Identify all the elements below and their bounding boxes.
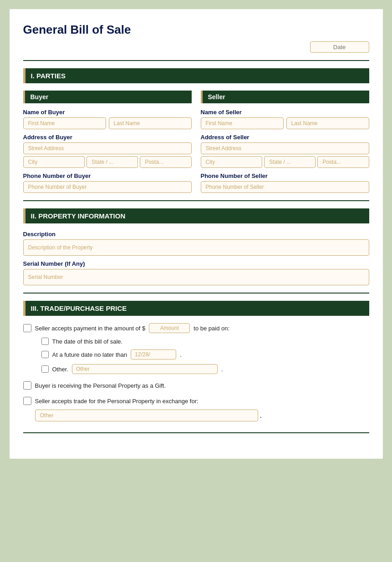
bottom-divider	[23, 432, 369, 433]
seller-postal[interactable]	[317, 156, 369, 168]
buyer-first-name[interactable]	[23, 117, 106, 129]
property-section: Description Serial Number (If Any)	[23, 231, 369, 285]
trade-label: Seller accepts trade for the Personal Pr…	[35, 398, 199, 405]
seller-last-name[interactable]	[286, 117, 369, 129]
seller-section: Seller Name of Seller Address of Seller …	[201, 91, 369, 193]
price-section: Seller accepts payment in the amount of …	[23, 323, 369, 421]
serial-label: Serial Number (If Any)	[23, 260, 369, 267]
buyer-name-row	[23, 117, 192, 129]
seller-name-row	[201, 117, 369, 129]
buyer-phone[interactable]	[23, 181, 192, 193]
buyer-postal[interactable]	[140, 156, 191, 168]
buyer-street[interactable]	[23, 142, 192, 154]
payment-sub-options: The date of this bill of sale. At a futu…	[41, 338, 369, 374]
seller-state[interactable]	[264, 156, 316, 168]
buyer-section: Buyer Name of Buyer Address of Buyer Pho…	[23, 91, 192, 193]
seller-phone[interactable]	[201, 181, 369, 193]
date-row	[23, 41, 369, 53]
gift-row: Buyer is receiving the Personal Property…	[23, 381, 369, 390]
buyer-last-name[interactable]	[109, 117, 192, 129]
payment-checkbox[interactable]	[23, 324, 31, 332]
parties-grid: Buyer Name of Buyer Address of Buyer Pho…	[23, 91, 369, 193]
seller-city-state-row	[201, 156, 369, 168]
description-label: Description	[23, 231, 369, 238]
gift-checkbox[interactable]	[23, 381, 31, 390]
seller-street[interactable]	[201, 142, 369, 154]
trade-section: Seller accepts trade for the Personal Pr…	[23, 397, 369, 421]
option-future-checkbox[interactable]	[41, 351, 49, 358]
buyer-city-state-row	[23, 156, 192, 168]
description-input[interactable]	[23, 239, 369, 256]
option-date-label: The date of this bill of sale.	[52, 338, 123, 345]
seller-header: Seller	[201, 91, 369, 103]
buyer-state[interactable]	[87, 156, 138, 168]
seller-phone-label: Phone Number of Seller	[201, 172, 369, 179]
payment-row: Seller accepts payment in the amount of …	[23, 323, 369, 333]
date-input[interactable]	[310, 41, 369, 53]
option-future-row: At a future date no later than .	[41, 349, 369, 359]
trade-checkbox[interactable]	[23, 397, 31, 405]
seller-address-label: Address of Seller	[201, 134, 369, 141]
payment-text-1: Seller accepts payment in the amount of …	[35, 325, 146, 332]
parties-divider	[23, 200, 369, 201]
option-date-checkbox[interactable]	[41, 338, 49, 345]
buyer-address-label: Address of Buyer	[23, 134, 192, 141]
seller-address-row	[201, 142, 369, 168]
seller-name-label: Name of Seller	[201, 109, 369, 116]
trade-input-row: .	[35, 410, 369, 421]
trade-row: Seller accepts trade for the Personal Pr…	[23, 397, 369, 405]
trade-input[interactable]	[35, 410, 258, 421]
seller-city[interactable]	[201, 156, 263, 168]
top-divider	[23, 60, 369, 61]
option-other-row: Other. .	[41, 364, 369, 374]
price-header: III. TRADE/PURCHASE PRICE	[23, 301, 369, 316]
buyer-address-row	[23, 142, 192, 168]
serial-input[interactable]	[23, 269, 369, 285]
option-future-label: At a future date no later than	[52, 351, 127, 358]
property-divider	[23, 293, 369, 294]
buyer-header: Buyer	[23, 91, 192, 103]
buyer-name-label: Name of Buyer	[23, 109, 192, 116]
payment-text-2: to be paid on:	[193, 325, 229, 332]
amount-input[interactable]	[149, 323, 190, 333]
parties-header: I. PARTIES	[23, 68, 369, 83]
option-date-row: The date of this bill of sale.	[41, 338, 369, 345]
page-title: General Bill of Sale	[23, 23, 369, 37]
property-header: II. PROPERTY INFORMATION	[23, 208, 369, 223]
seller-first-name[interactable]	[201, 117, 284, 129]
buyer-phone-label: Phone Number of Buyer	[23, 172, 192, 179]
option-other-checkbox[interactable]	[41, 365, 49, 373]
buyer-city[interactable]	[23, 156, 85, 168]
option-other-label: Other.	[52, 366, 68, 373]
future-date-input[interactable]	[131, 349, 176, 359]
gift-label: Buyer is receiving the Personal Property…	[35, 382, 166, 389]
other-input[interactable]	[72, 364, 218, 374]
page: General Bill of Sale I. PARTIES Buyer Na…	[10, 9, 383, 459]
